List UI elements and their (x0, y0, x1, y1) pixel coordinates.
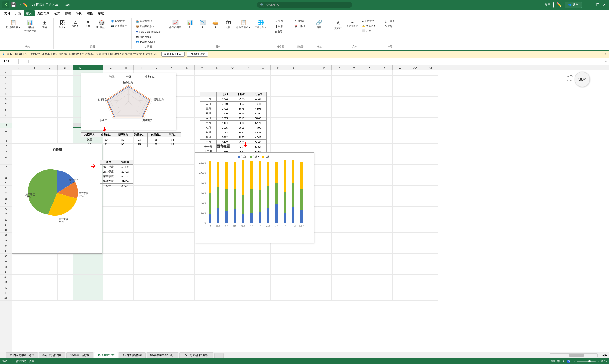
zoom-in-button[interactable]: ＋ (597, 360, 600, 363)
col-header-F[interactable]: F (88, 65, 103, 70)
mic-icon[interactable]: 🎙 (562, 360, 565, 363)
icons-button[interactable]: ★ 图标 (82, 19, 94, 28)
link-button[interactable]: 🔗 链接 (313, 19, 325, 30)
recommend-charts-button[interactable]: 📈 推荐的图表 (168, 19, 183, 30)
col-header-B[interactable]: B (27, 65, 42, 70)
col-header-L[interactable]: L (179, 65, 194, 70)
col-header-Z[interactable]: Z (392, 65, 408, 70)
header-footer-button[interactable]: ≡ 页眉和页脚 (345, 19, 360, 28)
col-header-H[interactable]: H (118, 65, 134, 70)
col-header-X[interactable]: X (362, 65, 377, 70)
col-header-N[interactable]: N (210, 65, 225, 70)
cell-reference-input[interactable] (2, 59, 19, 64)
radar-chart[interactable]: 张三 李四 业务能力 (81, 73, 176, 130)
accessibility-icon[interactable]: ♿ (567, 360, 570, 363)
sheet-tab-more[interactable]: ... (214, 353, 224, 358)
col-header-E[interactable]: E (73, 65, 88, 70)
bing-maps-button[interactable]: 🗺 Bing Maps (134, 35, 152, 39)
col-header-I[interactable]: I (134, 65, 149, 70)
timeline-button[interactable]: 📅 日程表 (293, 24, 307, 28)
zoom-thumb[interactable] (588, 360, 591, 362)
sheet-tab-7[interactable]: 07-不同时期四季度销... (179, 352, 213, 358)
minimize-button[interactable]: ─ (589, 2, 593, 7)
column-chart-button[interactable]: 📊 ▼ (184, 19, 195, 29)
cell-area[interactable]: 张三 李四 业务能力 (12, 70, 609, 352)
screenshot-button[interactable]: 📷 屏幕截图▼ (109, 24, 129, 28)
sheet-tab-4[interactable]: 04-多指标分析 (94, 352, 118, 358)
col-header-Y[interactable]: Y (377, 65, 392, 70)
equation-button[interactable]: ∑ 公式▼ (383, 19, 396, 23)
shapes-button[interactable]: △ 形状▼ (69, 19, 81, 28)
sheet-tab-2[interactable]: 02-产品定价分析 (39, 352, 65, 358)
sparkline-col-button[interactable]: ▐ 柱形 (274, 24, 284, 28)
get-addins-button[interactable]: 🏪 获取加载项 (134, 19, 154, 23)
restore-button[interactable]: ❐ (595, 2, 600, 7)
language-indicator[interactable]: 中 (557, 360, 560, 363)
smartart-button[interactable]: 🔷 SmartArt (109, 19, 129, 23)
col-header-D[interactable]: D (58, 65, 73, 70)
quick-access-undo[interactable]: ↩ (18, 3, 21, 7)
sheet-tab-3[interactable]: 03-全年门店数据 (66, 352, 93, 358)
col-header-T[interactable]: T (301, 65, 316, 70)
search-box[interactable]: 🔍 搜索(Alt+Q) (257, 2, 352, 8)
3d-model-button[interactable]: 🎲 3D 模型▼ (95, 19, 108, 30)
textbox-button[interactable]: A 文本框 (332, 19, 344, 31)
pie-chart[interactable]: 销售额 第一季度 (12, 144, 102, 254)
my-addins-button[interactable]: 📦 我的加载项▼ (134, 24, 156, 28)
col-header-Q[interactable]: Q (256, 65, 271, 70)
formula-input[interactable] (31, 60, 603, 63)
menu-insert[interactable]: 插入 (24, 10, 35, 16)
3d-map-button[interactable]: 🌐 三维地图▼ (253, 19, 268, 30)
add-sheet-button[interactable]: + (2, 353, 4, 357)
map-button[interactable]: 🗺 地图 (222, 19, 234, 30)
scroll-right-button[interactable]: ▶ (605, 353, 607, 357)
keyboard-icon[interactable]: ⌨ (551, 360, 555, 363)
col-header-G[interactable]: G (103, 65, 118, 70)
recommend-pivot-button[interactable]: 📊 推荐的 数据透视表 (23, 19, 38, 34)
col-header-O[interactable]: O (225, 65, 240, 70)
slicer-button[interactable]: ⊟ 切片器 (293, 19, 306, 23)
zoom-out-button[interactable]: － (573, 360, 575, 363)
col-header-W[interactable]: W (347, 65, 362, 70)
col-header-U[interactable]: U (316, 65, 332, 70)
col-header-P[interactable]: P (240, 65, 256, 70)
table-button[interactable]: ⊞ 表格 (39, 19, 51, 30)
col-header-C[interactable]: C (42, 65, 58, 70)
col-header-R[interactable]: R (271, 65, 286, 70)
object-button[interactable]: ⬜ 对象 (361, 28, 377, 33)
scrollbar-thumb[interactable] (569, 353, 583, 357)
sheet-tab-6[interactable]: 06-各中学中考平均分 (146, 352, 178, 358)
zoom-slider[interactable] (577, 361, 596, 362)
picture-button[interactable]: 🖼 图片▼ (56, 19, 68, 30)
wordart-button[interactable]: A 艺术字▼ (361, 19, 377, 23)
pen-icon[interactable]: ✏️ (557, 2, 562, 7)
learn-more-button[interactable]: 了解详细信息 (187, 52, 208, 57)
pivot-table-button[interactable]: 📋 数据透视表▼ (5, 19, 22, 30)
close-button[interactable]: ✕ (602, 2, 607, 7)
menu-view[interactable]: 视图 (85, 10, 96, 16)
menu-home[interactable]: 开始 (13, 10, 24, 16)
menu-file[interactable]: 文件 (2, 10, 13, 16)
line-chart-button[interactable]: 📉 ▼ (196, 19, 208, 29)
col-header-V[interactable]: V (332, 65, 347, 70)
pivot-chart-button[interactable]: 📋 数据透视图▼ (235, 19, 252, 30)
col-header-S[interactable]: S (286, 65, 301, 70)
col-header-AB[interactable]: AB (423, 65, 438, 70)
get-genuine-button[interactable]: 获取正版 Office (161, 52, 185, 57)
col-header-J[interactable]: J (149, 65, 164, 70)
signature-button[interactable]: ✍ 签名行▼ (361, 24, 377, 28)
pie-chart-button[interactable]: 🥧 ▼ (209, 19, 221, 29)
visio-button[interactable]: V Visio Data Visualizer (134, 29, 162, 34)
symbol-button[interactable]: Ω 符号 (383, 24, 394, 28)
col-header-K[interactable]: K (164, 65, 179, 70)
quick-access-save[interactable]: 💾 (11, 2, 16, 7)
col-header-AA[interactable]: AA (408, 65, 423, 70)
menu-data[interactable]: 数据 (63, 10, 74, 16)
col-header-M[interactable]: M (194, 65, 210, 70)
horizontal-scrollbar[interactable] (550, 353, 597, 357)
people-graph-button[interactable]: 👥 People Graph (134, 40, 156, 44)
sparkline-line-button[interactable]: ∿ 折线 (274, 19, 285, 23)
bar-chart[interactable]: 门店A 门店B 门店C 12000 10000 8000 6000 4000 2… (195, 153, 314, 243)
sheet-tab-1[interactable]: 01-图表的用途、意义 (6, 352, 38, 358)
zoom-control[interactable]: － ＋ 85% (573, 360, 607, 363)
